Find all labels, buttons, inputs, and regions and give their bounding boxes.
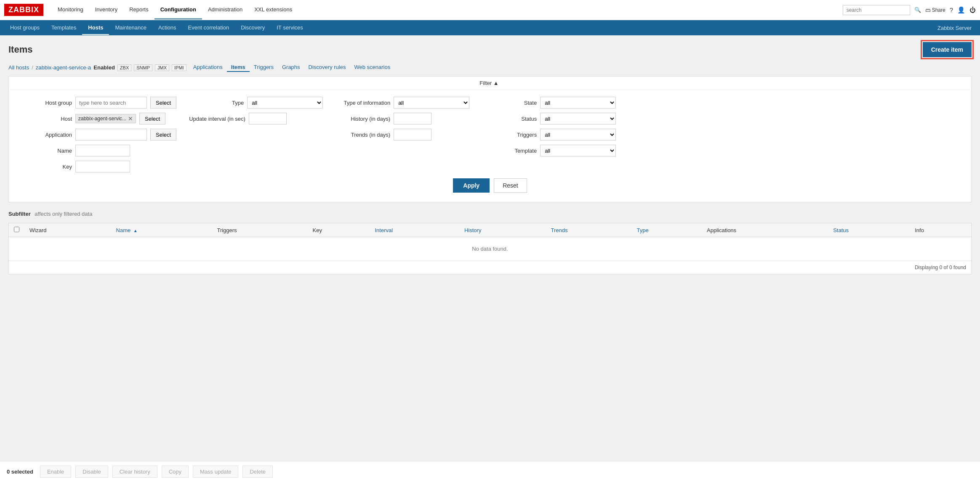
history-label: History (in days)	[336, 116, 390, 122]
subnav-it-services[interactable]: IT services	[271, 21, 309, 35]
host-status-badge: Enabled	[93, 64, 115, 71]
help-icon[interactable]: ?	[950, 6, 953, 13]
sub-nav-links: Host groups Templates Hosts Maintenance …	[4, 21, 309, 35]
displaying-count: Displaying 0 of 0 found	[9, 261, 971, 274]
subnav-event-correlation[interactable]: Event correlation	[182, 21, 235, 35]
host-tag: zabbix-agent-servic... ✕	[75, 114, 136, 123]
col-info: Info	[910, 223, 971, 237]
filter-actions: Apply Reset	[17, 172, 963, 195]
share-btn[interactable]: 🗃 Share	[925, 7, 945, 13]
table-header-row: Wizard Name ▲ Triggers Key Interval Hist…	[9, 223, 971, 237]
host-tag-value: zabbix-agent-servic...	[78, 116, 126, 122]
col-trends[interactable]: Trends	[546, 223, 632, 237]
subnav-host-groups[interactable]: Host groups	[4, 21, 45, 35]
nav-reports[interactable]: Reports	[123, 0, 154, 19]
nav-monitoring[interactable]: Monitoring	[52, 0, 89, 19]
trends-label: Trends (in days)	[336, 132, 390, 138]
search-icon[interactable]: 🔍	[914, 7, 921, 13]
filter-row-application: Application Select	[17, 129, 176, 140]
subnav-discovery[interactable]: Discovery	[235, 21, 271, 35]
type-of-info-select[interactable]: all	[394, 97, 469, 109]
subnav-actions[interactable]: Actions	[152, 21, 182, 35]
name-sort-arrow: ▲	[133, 228, 138, 233]
subnav-templates[interactable]: Templates	[45, 21, 82, 35]
name-input[interactable]	[75, 145, 130, 156]
tab-triggers[interactable]: Triggers	[250, 63, 278, 72]
status-select[interactable]: all	[540, 113, 616, 124]
tab-graphs[interactable]: Graphs	[278, 63, 304, 72]
triggers-filter-label: Triggers	[482, 132, 537, 138]
select-all-checkbox[interactable]	[14, 227, 19, 232]
key-input[interactable]	[75, 161, 130, 172]
user-icon[interactable]: 👤	[957, 6, 965, 14]
filter-section: Host group Select Host zabbix-agent-serv…	[17, 97, 963, 172]
filter-row-history: History (in days)	[336, 113, 469, 124]
search-input[interactable]	[843, 5, 910, 15]
server-label: Zabbix Server	[937, 25, 976, 31]
filter-row-triggers: Triggers all	[482, 129, 616, 140]
tab-applications[interactable]: Applications	[189, 63, 227, 72]
nav-administration[interactable]: Administration	[202, 0, 248, 19]
power-icon[interactable]: ⏻	[969, 6, 976, 13]
type-filter-label: Type	[189, 100, 244, 106]
filter-row-status: Status all	[482, 113, 616, 124]
type-select[interactable]: all	[247, 97, 323, 109]
logo: ZABBIX	[4, 4, 43, 16]
protocol-jmx: JMX	[155, 64, 169, 71]
col-triggers: Triggers	[212, 223, 307, 237]
col-type[interactable]: Type	[632, 223, 702, 237]
tab-web-scenarios[interactable]: Web scenarios	[350, 63, 394, 72]
nav-configuration[interactable]: Configuration	[154, 0, 202, 19]
col-status[interactable]: Status	[828, 223, 910, 237]
nav-xxl[interactable]: XXL extensions	[248, 0, 298, 19]
host-group-select-btn[interactable]: Select	[150, 97, 176, 109]
type-of-info-label: Type of information	[336, 100, 390, 106]
subfilter-bar: Subfilter affects only filtered data	[8, 209, 972, 219]
triggers-select[interactable]: all	[540, 129, 616, 140]
subnav-maintenance[interactable]: Maintenance	[109, 21, 152, 35]
template-label: Template	[482, 148, 537, 154]
subfilter-label: Subfilter	[8, 211, 31, 217]
main-content: Items Create item All hosts / zabbix-age…	[0, 35, 980, 461]
update-interval-label: Update interval (in sec)	[189, 116, 245, 122]
col-interval[interactable]: Interval	[370, 223, 459, 237]
host-group-input[interactable]	[75, 97, 147, 109]
protocol-ipmi: IPMI	[172, 64, 186, 71]
template-select[interactable]: all	[540, 145, 616, 156]
page-header: Items Create item	[8, 42, 972, 57]
subfilter-description: affects only filtered data	[35, 211, 92, 217]
breadcrumb-tabs: Applications Items Triggers Graphs Disco…	[189, 63, 395, 72]
breadcrumb-host[interactable]: zabbix-agent-service-a	[36, 64, 91, 71]
application-label: Application	[17, 132, 72, 138]
filter-row-host-group: Host group Select	[17, 97, 176, 109]
breadcrumb-all-hosts[interactable]: All hosts	[8, 64, 29, 71]
tab-items[interactable]: Items	[227, 63, 250, 72]
status-label: Status	[482, 116, 537, 122]
breadcrumb: All hosts / zabbix-agent-service-a Enabl…	[8, 63, 972, 72]
col-history[interactable]: History	[459, 223, 546, 237]
host-select-btn[interactable]: Select	[139, 113, 165, 124]
apply-button[interactable]: Apply	[453, 178, 490, 193]
application-select-btn[interactable]: Select	[150, 129, 176, 140]
top-nav-right: 🔍 🗃 Share ? 👤 ⏻	[843, 5, 976, 15]
subnav-hosts[interactable]: Hosts	[82, 21, 109, 35]
filter-header[interactable]: Filter ▲	[9, 77, 971, 90]
nav-inventory[interactable]: Inventory	[89, 0, 123, 19]
col-key: Key	[307, 223, 370, 237]
state-select[interactable]: all	[540, 97, 616, 109]
state-label: State	[482, 100, 537, 106]
share-icon: 🗃	[925, 7, 930, 13]
no-data-row: No data found.	[9, 237, 971, 261]
application-input[interactable]	[75, 129, 147, 140]
reset-button[interactable]: Reset	[494, 178, 527, 193]
filter-header-label: Filter ▲	[479, 80, 498, 86]
create-item-button[interactable]: Create item	[923, 42, 972, 57]
host-tag-remove[interactable]: ✕	[128, 115, 133, 122]
col-name[interactable]: Name ▲	[111, 223, 212, 237]
tab-discovery-rules[interactable]: Discovery rules	[304, 63, 350, 72]
page-title: Items	[8, 44, 32, 55]
trends-input[interactable]	[394, 129, 431, 140]
select-all-header	[9, 223, 24, 237]
history-input[interactable]	[394, 113, 431, 124]
update-interval-input[interactable]	[249, 113, 287, 124]
